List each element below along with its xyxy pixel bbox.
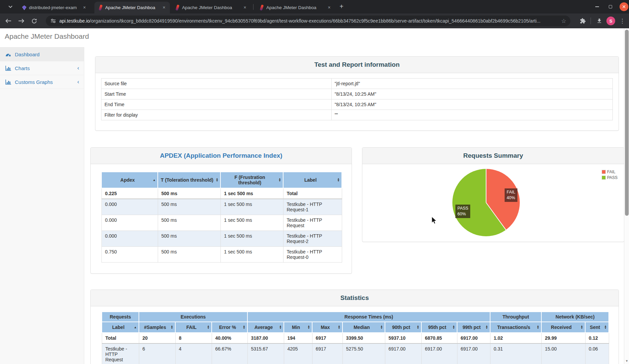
column-header[interactable]: Max▲▼	[312, 322, 342, 333]
info-value: "jtl-report.jtl"	[331, 79, 612, 89]
legend-item-pass[interactable]: PASS	[602, 175, 618, 180]
table-header-row: Label▲#Samples▲▼FAIL▲▼Error %▲▼Average▲▼…	[102, 322, 609, 333]
column-header[interactable]: Sent▲▼	[585, 322, 609, 333]
column-header[interactable]: Apdex▲	[101, 172, 158, 188]
browser-toolbar: api.testkube.io/organizations/tkcorg_b8d…	[0, 13, 629, 28]
panel-title: Test and Report information	[95, 57, 619, 73]
profile-button[interactable]: S	[606, 16, 616, 26]
downloads-button[interactable]	[594, 16, 604, 26]
window-minimize-button[interactable]	[592, 0, 602, 13]
sort-asc-icon: ▲	[134, 326, 137, 329]
column-header[interactable]: 90th pct▲▼	[385, 322, 421, 333]
table-cell: 6917	[312, 333, 342, 343]
column-header[interactable]: Median▲▼	[342, 322, 385, 333]
table-cell: 0.750	[101, 247, 158, 263]
table-header-row: Apdex▲T (Toleration threshold)▲▼F (Frust…	[101, 172, 342, 188]
sidebar: Dashboard Charts ‹ Customs Graphs ‹	[0, 47, 84, 364]
sort-icon: ▲▼	[580, 325, 583, 329]
table-cell: 6	[139, 343, 175, 364]
legend-label: PASS	[607, 175, 618, 180]
reload-button[interactable]	[29, 16, 39, 26]
column-header[interactable]: Received▲▼	[541, 322, 585, 333]
table-cell: Testkube - HTTP Request	[102, 343, 139, 364]
chevron-left-icon[interactable]: ‹	[77, 79, 79, 85]
column-header[interactable]: Label▲▼	[283, 172, 342, 188]
legend-item-fail[interactable]: FAIL	[602, 170, 618, 174]
sidebar-item-customs-graphs[interactable]: Customs Graphs ‹	[0, 75, 84, 89]
table-cell: 29.99	[541, 333, 585, 343]
sidebar-item-charts[interactable]: Charts ‹	[0, 61, 84, 75]
page-scrollbar[interactable]: ▼	[624, 28, 629, 364]
column-header[interactable]: 99th pct▲▼	[457, 322, 490, 333]
browser-menu-button[interactable]: ⋮	[618, 16, 627, 26]
sort-icon: ▲▼	[278, 178, 281, 182]
tab-jmeter-dashboard-3[interactable]: Apache JMeter Dashboa ×	[256, 2, 335, 13]
url-bar[interactable]: api.testkube.io/organizations/tkcorg_b8d…	[46, 16, 570, 26]
tab-distributed-jmeter[interactable]: distributed-jmeter-exam ×	[18, 2, 90, 13]
chevron-left-icon[interactable]: ‹	[77, 65, 79, 71]
url-path: /organizations/tkcorg_b8ddc820d4919590/e…	[90, 18, 540, 24]
table-cell: 4	[175, 343, 212, 364]
apdex-panel: APDEX (Application Performance Index) Ap…	[90, 147, 352, 274]
window-maximize-button[interactable]	[605, 0, 616, 13]
table-cell: 0.31	[490, 343, 541, 364]
scrollbar-down-arrow[interactable]: ▼	[625, 359, 628, 363]
tab-jmeter-dashboard-1[interactable]: Apache JMeter Dashboa ×	[94, 2, 170, 13]
bookmark-star-icon[interactable]: ☆	[561, 18, 566, 25]
tab-jmeter-dashboard-2[interactable]: Apache JMeter Dashboa ×	[171, 2, 251, 13]
url-text[interactable]: api.testkube.io/organizations/tkcorg_b8d…	[59, 18, 557, 24]
close-tab-icon[interactable]: ×	[161, 5, 167, 10]
table-row: Testkube - HTTP Request6466.67%5315.6742…	[102, 343, 609, 364]
table-cell: 1 sec 500 ms	[220, 247, 283, 263]
sidebar-item-dashboard[interactable]: Dashboard	[0, 48, 84, 61]
table-cell: 1 sec 500 ms	[220, 199, 283, 215]
column-header[interactable]: Min▲▼	[284, 322, 312, 333]
info-label: End Time	[101, 99, 332, 110]
column-header[interactable]: 95th pct▲▼	[421, 322, 457, 333]
reload-icon	[31, 18, 37, 24]
forward-button[interactable]	[16, 16, 26, 26]
scrollbar-thumb[interactable]	[625, 30, 629, 216]
pie-slice-label-fail: FAIL 40%	[505, 188, 517, 202]
table-cell: Testkube - HTTP Request-0	[283, 247, 342, 263]
requests-summary-pie-chart[interactable]: FAIL 40% PASS 60%	[452, 169, 520, 236]
table-cell: 1.02	[490, 333, 541, 343]
column-group-header: Network (KB/sec)	[541, 312, 609, 322]
site-controls-icon[interactable]	[51, 18, 56, 24]
extensions-button[interactable]	[578, 16, 588, 26]
column-header[interactable]: #Samples▲▼	[139, 322, 175, 333]
table-cell: 500 ms	[158, 215, 220, 231]
apdex-table: Apdex▲T (Toleration threshold)▲▼F (Frust…	[101, 172, 342, 263]
table-cell: 0.06	[585, 343, 609, 364]
table-cell: 6917	[312, 343, 342, 364]
close-tab-icon[interactable]: ×	[82, 5, 87, 10]
pie-divider	[486, 202, 506, 230]
close-tab-icon[interactable]: ×	[242, 5, 248, 10]
column-header[interactable]: T (Toleration threshold)▲▼	[158, 172, 220, 188]
panel-title[interactable]: APDEX (Application Performance Index)	[91, 148, 352, 164]
new-tab-button[interactable]: +	[337, 2, 346, 11]
table-cell: 15.00	[541, 343, 585, 364]
gem-icon	[22, 5, 27, 10]
column-header[interactable]: Average▲▼	[247, 322, 284, 333]
column-group-header: Response Times (ms)	[247, 312, 490, 322]
table-cell: 500 ms	[158, 231, 220, 247]
requests-summary-panel: Requests Summary FAIL 40% PASS 60% FAIL …	[362, 147, 624, 242]
column-header[interactable]: Label▲	[102, 322, 139, 333]
column-header[interactable]: Error %▲▼	[212, 322, 247, 333]
table-cell: 194	[284, 333, 312, 343]
jmeter-icon	[175, 5, 180, 10]
column-header[interactable]: F (Frustration threshold)▲▼	[220, 172, 283, 188]
table-cell: 0.000	[101, 231, 158, 247]
window-close-button[interactable]: ✕	[619, 0, 629, 13]
back-button[interactable]	[3, 16, 13, 26]
chart-legend: FAIL PASS	[602, 170, 618, 181]
table-cell: 8	[175, 333, 212, 343]
chevron-down-icon	[8, 5, 12, 8]
tab-search-button[interactable]	[6, 3, 15, 10]
sidebar-item-label: Customs Graphs	[15, 79, 53, 85]
close-tab-icon[interactable]: ×	[326, 5, 332, 10]
table-cell: 1 sec 500 ms	[220, 215, 283, 231]
column-header[interactable]: FAIL▲▼	[175, 322, 212, 333]
column-header[interactable]: Transactions/s▲▼	[490, 322, 541, 333]
